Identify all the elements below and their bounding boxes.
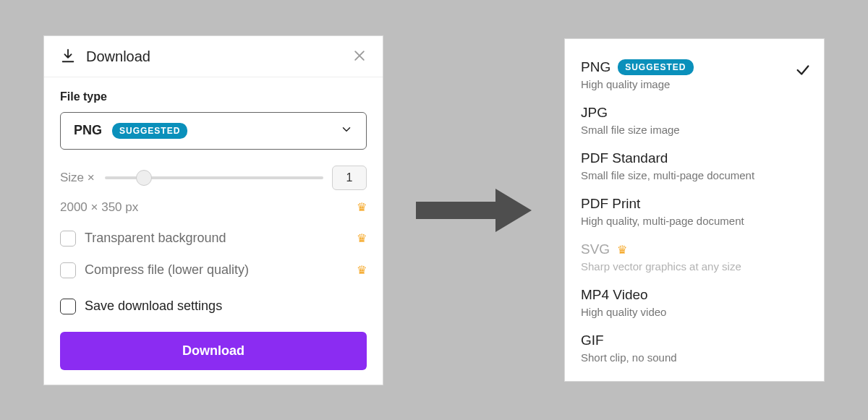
file-type-option[interactable]: GIFShort clip, no sound [581, 325, 818, 371]
file-type-option[interactable]: JPGSmall file size image [581, 98, 818, 143]
check-icon [795, 62, 811, 81]
illustration-arrow [412, 181, 535, 239]
dimensions-text: 2000 × 350 px [60, 200, 138, 215]
file-type-label: File type [60, 90, 367, 103]
panel-title: Download [86, 48, 150, 65]
transparent-bg-checkbox[interactable] [60, 231, 76, 247]
file-type-desc: High quality, multi-page document [581, 215, 808, 227]
file-type-desc: Sharp vector graphics at any size [581, 260, 808, 273]
file-type-option[interactable]: PDF PrintHigh quality, multi-page docume… [581, 189, 818, 234]
size-label: Size × [60, 171, 96, 185]
file-type-desc: Small file size image [581, 124, 808, 136]
file-type-name: SVG [581, 241, 610, 257]
file-type-name: MP4 Video [581, 287, 648, 303]
transparent-bg-label: Transparent background [85, 231, 226, 246]
slider-thumb[interactable] [136, 170, 152, 186]
download-panel: Download File type PNG SUGGESTED Size × [43, 35, 383, 385]
file-type-option[interactable]: SVG♛Sharp vector graphics at any size [581, 234, 818, 280]
file-type-list: PNGSUGGESTEDHigh quality imageJPGSmall f… [564, 38, 825, 382]
file-type-name: PDF Standard [581, 150, 668, 166]
file-type-select[interactable]: PNG SUGGESTED [60, 112, 367, 150]
suggested-badge: SUGGESTED [112, 123, 187, 139]
selected-type-value: PNG [74, 123, 102, 138]
file-type-desc: Small file size, multi-page document [581, 169, 808, 181]
crown-icon: ♛ [357, 231, 367, 245]
file-type-name: GIF [581, 333, 604, 348]
crown-icon: ♛ [617, 243, 627, 257]
file-type-desc: High quality video [581, 306, 808, 318]
size-input[interactable] [332, 166, 367, 190]
save-settings-checkbox[interactable] [60, 299, 76, 314]
suggested-badge: SUGGESTED [618, 59, 693, 75]
close-icon[interactable] [352, 48, 367, 66]
file-type-option[interactable]: MP4 VideoHigh quality video [581, 280, 818, 325]
file-type-desc: High quality image [581, 78, 808, 90]
size-slider[interactable] [105, 169, 323, 187]
compress-checkbox[interactable] [60, 262, 76, 278]
download-button[interactable]: Download [60, 332, 367, 370]
file-type-option[interactable]: PNGSUGGESTEDHigh quality image [581, 52, 818, 98]
file-type-name: JPG [581, 105, 608, 121]
file-type-name: PDF Print [581, 196, 640, 212]
crown-icon: ♛ [357, 200, 367, 214]
file-type-desc: Short clip, no sound [581, 351, 808, 364]
file-type-option[interactable]: PDF StandardSmall file size, multi-page … [581, 143, 818, 189]
chevron-down-icon [340, 123, 353, 139]
compress-label: Compress file (lower quality) [85, 262, 249, 278]
file-type-name: PNG [581, 59, 610, 75]
save-settings-label: Save download settings [85, 299, 222, 314]
panel-header: Download [44, 36, 383, 77]
download-icon [60, 48, 76, 67]
crown-icon: ♛ [357, 263, 367, 277]
